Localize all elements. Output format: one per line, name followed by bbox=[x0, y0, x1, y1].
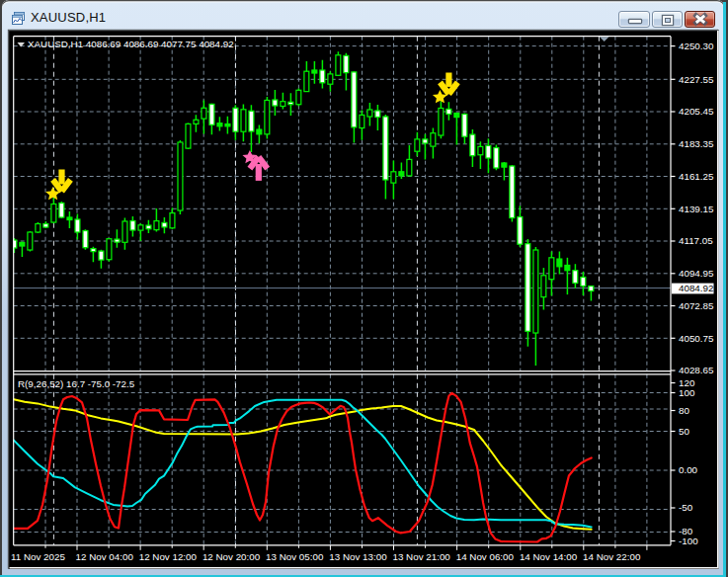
svg-text:4227.55: 4227.55 bbox=[679, 74, 714, 85]
svg-text:4205.45: 4205.45 bbox=[679, 106, 714, 117]
svg-text:4094.95: 4094.95 bbox=[679, 268, 714, 279]
svg-text:-100: -100 bbox=[679, 536, 698, 546]
svg-text:50: 50 bbox=[679, 426, 689, 437]
svg-text:14 Nov 22:00: 14 Nov 22:00 bbox=[583, 551, 641, 562]
svg-text:11 Nov 2025: 11 Nov 2025 bbox=[11, 551, 65, 562]
svg-text:13 Nov 21:00: 13 Nov 21:00 bbox=[393, 551, 451, 562]
svg-text:4084.92: 4084.92 bbox=[679, 283, 713, 293]
svg-text:4050.75: 4050.75 bbox=[679, 333, 714, 344]
svg-text:4139.15: 4139.15 bbox=[679, 204, 714, 214]
svg-text:4183.35: 4183.35 bbox=[679, 138, 714, 149]
svg-text:4117.05: 4117.05 bbox=[679, 235, 713, 246]
svg-text:-50: -50 bbox=[679, 502, 693, 513]
svg-text:12 Nov 20:00: 12 Nov 20:00 bbox=[202, 551, 261, 562]
svg-text:13 Nov 05:00: 13 Nov 05:00 bbox=[266, 551, 324, 562]
svg-text:13 Nov 13:00: 13 Nov 13:00 bbox=[329, 551, 387, 562]
svg-text:0.00: 0.00 bbox=[679, 464, 698, 475]
svg-text:12 Nov 12:00: 12 Nov 12:00 bbox=[139, 551, 198, 562]
svg-text:4028.65: 4028.65 bbox=[679, 365, 714, 375]
svg-text:100: 100 bbox=[679, 387, 695, 398]
svg-text:80: 80 bbox=[679, 405, 689, 416]
svg-text:4072.85: 4072.85 bbox=[679, 300, 714, 311]
svg-text:12 Nov 04:00: 12 Nov 04:00 bbox=[76, 551, 134, 562]
svg-text:14 Nov 06:00: 14 Nov 06:00 bbox=[456, 551, 515, 562]
svg-text:XAUUSD,H1 4086.69 4086.69 407: XAUUSD,H1 4086.69 4086.69 4077.75 4084.9… bbox=[28, 39, 234, 49]
svg-text:4250.30: 4250.30 bbox=[679, 41, 714, 51]
svg-text:14 Nov 14:00: 14 Nov 14:00 bbox=[520, 551, 578, 562]
svg-text:R(9,26,52) 16.7 -75.0 -72.5: R(9,26,52) 16.7 -75.0 -72.5 bbox=[18, 378, 135, 389]
svg-text:4161.25: 4161.25 bbox=[679, 171, 714, 182]
